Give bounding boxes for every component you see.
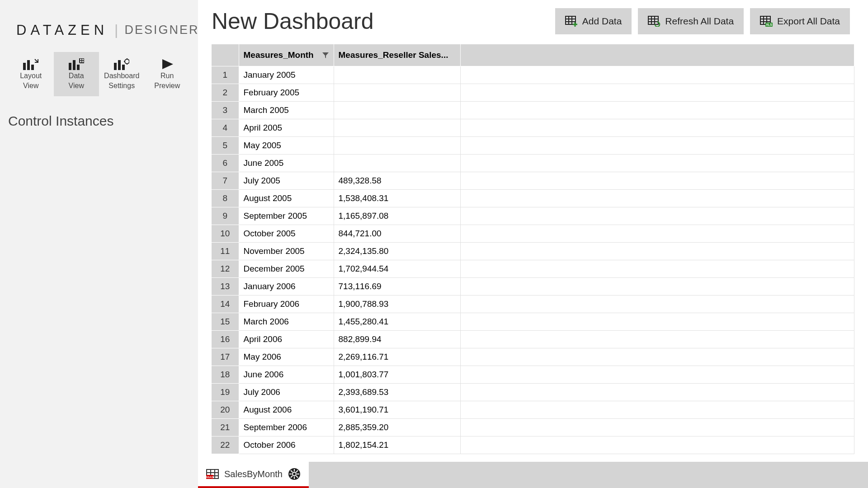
- cell-month[interactable]: May 2005: [239, 136, 334, 154]
- cell-reseller-sales[interactable]: 1,455,280.41: [334, 313, 460, 330]
- table-row[interactable]: 22October 20061,802,154.21: [212, 436, 854, 454]
- row-number[interactable]: 3: [212, 101, 239, 119]
- table-row[interactable]: 11November 20052,324,135.80: [212, 242, 854, 260]
- table-row[interactable]: 21September 20062,885,359.20: [212, 418, 854, 436]
- table-row[interactable]: 2February 2005: [212, 84, 854, 101]
- row-number[interactable]: 5: [212, 136, 239, 154]
- table-row[interactable]: 7July 2005489,328.58: [212, 172, 854, 189]
- cell-reseller-sales[interactable]: [334, 101, 460, 119]
- cell-month[interactable]: August 2005: [239, 189, 334, 207]
- cell-reseller-sales[interactable]: 3,601,190.71: [334, 401, 460, 418]
- cell-reseller-sales[interactable]: 882,899.94: [334, 330, 460, 348]
- cell-reseller-sales[interactable]: [334, 154, 460, 172]
- cell-reseller-sales[interactable]: 1,702,944.54: [334, 260, 460, 277]
- table-row[interactable]: 3March 2005: [212, 101, 854, 119]
- add-data-button[interactable]: Add Data: [555, 8, 632, 34]
- cell-month[interactable]: April 2006: [239, 330, 334, 348]
- cell-month[interactable]: October 2006: [239, 436, 334, 454]
- cell-reseller-sales[interactable]: 1,001,803.77: [334, 366, 460, 383]
- cell-month[interactable]: April 2005: [239, 119, 334, 136]
- cell-month[interactable]: October 2005: [239, 225, 334, 242]
- nav-layout-view[interactable]: Layout View: [8, 52, 54, 96]
- row-number[interactable]: 10: [212, 225, 239, 242]
- cell-reseller-sales[interactable]: 2,393,689.53: [334, 383, 460, 401]
- cell-reseller-sales[interactable]: 2,324,135.80: [334, 242, 460, 260]
- row-number[interactable]: 9: [212, 207, 239, 225]
- cell-reseller-sales[interactable]: 1,165,897.08: [334, 207, 460, 225]
- cell-reseller-sales[interactable]: [334, 119, 460, 136]
- cell-month[interactable]: June 2005: [239, 154, 334, 172]
- cell-reseller-sales[interactable]: [334, 84, 460, 101]
- table-row[interactable]: 15March 20061,455,280.41: [212, 313, 854, 330]
- cell-reseller-sales[interactable]: 1,900,788.93: [334, 295, 460, 313]
- table-row[interactable]: 4April 2005: [212, 119, 854, 136]
- grid-col-header-reseller-sales[interactable]: Measures_Reseller Sales...: [334, 44, 460, 66]
- gear-icon[interactable]: [288, 468, 301, 480]
- row-number[interactable]: 11: [212, 242, 239, 260]
- row-number[interactable]: 19: [212, 383, 239, 401]
- row-number[interactable]: 12: [212, 260, 239, 277]
- cell-reseller-sales[interactable]: 844,721.00: [334, 225, 460, 242]
- table-row[interactable]: 14February 20061,900,788.93: [212, 295, 854, 313]
- cell-month[interactable]: September 2006: [239, 418, 334, 436]
- refresh-all-data-button[interactable]: Refresh All Data: [638, 8, 744, 34]
- row-number[interactable]: 1: [212, 66, 239, 84]
- table-row[interactable]: 19July 20062,393,689.53: [212, 383, 854, 401]
- cell-month[interactable]: January 2005: [239, 66, 334, 84]
- cell-month[interactable]: February 2005: [239, 84, 334, 101]
- row-number[interactable]: 17: [212, 348, 239, 366]
- row-number[interactable]: 21: [212, 418, 239, 436]
- cell-month[interactable]: June 2006: [239, 366, 334, 383]
- export-all-data-button[interactable]: XLS Export All Data: [750, 8, 850, 34]
- cell-reseller-sales[interactable]: 2,269,116.71: [334, 348, 460, 366]
- table-row[interactable]: 16April 2006882,899.94: [212, 330, 854, 348]
- cell-month[interactable]: December 2005: [239, 260, 334, 277]
- table-row[interactable]: 1January 2005: [212, 66, 854, 84]
- row-number[interactable]: 2: [212, 84, 239, 101]
- cell-month[interactable]: February 2006: [239, 295, 334, 313]
- table-row[interactable]: 8August 20051,538,408.31: [212, 189, 854, 207]
- row-number[interactable]: 6: [212, 154, 239, 172]
- cell-month[interactable]: March 2006: [239, 313, 334, 330]
- grid-col-header-month[interactable]: Measures_Month: [239, 44, 334, 66]
- row-number[interactable]: 7: [212, 172, 239, 189]
- table-row[interactable]: 13January 2006713,116.69: [212, 277, 854, 295]
- table-row[interactable]: 6June 2005: [212, 154, 854, 172]
- row-number[interactable]: 14: [212, 295, 239, 313]
- cell-reseller-sales[interactable]: 489,328.58: [334, 172, 460, 189]
- nav-run-preview[interactable]: Run Preview: [145, 52, 190, 96]
- cell-reseller-sales[interactable]: 2,885,359.20: [334, 418, 460, 436]
- row-number[interactable]: 20: [212, 401, 239, 418]
- row-number[interactable]: 16: [212, 330, 239, 348]
- nav-dashboard-settings[interactable]: Dashboard Settings: [99, 52, 145, 96]
- cell-month[interactable]: August 2006: [239, 401, 334, 418]
- table-row[interactable]: 17May 20062,269,116.71: [212, 348, 854, 366]
- cell-reseller-sales[interactable]: 713,116.69: [334, 277, 460, 295]
- nav-data-view[interactable]: Data View: [54, 52, 99, 96]
- cell-month[interactable]: November 2005: [239, 242, 334, 260]
- data-source-tab[interactable]: SSAS SalesByMonth: [198, 462, 309, 488]
- cell-month[interactable]: March 2005: [239, 101, 334, 119]
- row-number[interactable]: 13: [212, 277, 239, 295]
- row-number[interactable]: 8: [212, 189, 239, 207]
- cell-month[interactable]: January 2006: [239, 277, 334, 295]
- cell-reseller-sales[interactable]: [334, 136, 460, 154]
- cell-reseller-sales[interactable]: 1,802,154.21: [334, 436, 460, 454]
- grid-rownum-header[interactable]: [212, 44, 239, 66]
- row-number[interactable]: 18: [212, 366, 239, 383]
- cell-month[interactable]: July 2005: [239, 172, 334, 189]
- table-row[interactable]: 10October 2005844,721.00: [212, 225, 854, 242]
- table-row[interactable]: 12December 20051,702,944.54: [212, 260, 854, 277]
- table-row[interactable]: 9September 20051,165,897.08: [212, 207, 854, 225]
- filter-icon[interactable]: [322, 52, 329, 59]
- cell-month[interactable]: May 2006: [239, 348, 334, 366]
- cell-reseller-sales[interactable]: [334, 66, 460, 84]
- table-row[interactable]: 5May 2005: [212, 136, 854, 154]
- table-row[interactable]: 20August 20063,601,190.71: [212, 401, 854, 418]
- data-grid-scroll[interactable]: Measures_Month Measures_Reseller Sales..…: [212, 44, 854, 462]
- cell-reseller-sales[interactable]: 1,538,408.31: [334, 189, 460, 207]
- table-row[interactable]: 18June 20061,001,803.77: [212, 366, 854, 383]
- cell-month[interactable]: July 2006: [239, 383, 334, 401]
- row-number[interactable]: 22: [212, 436, 239, 454]
- row-number[interactable]: 4: [212, 119, 239, 136]
